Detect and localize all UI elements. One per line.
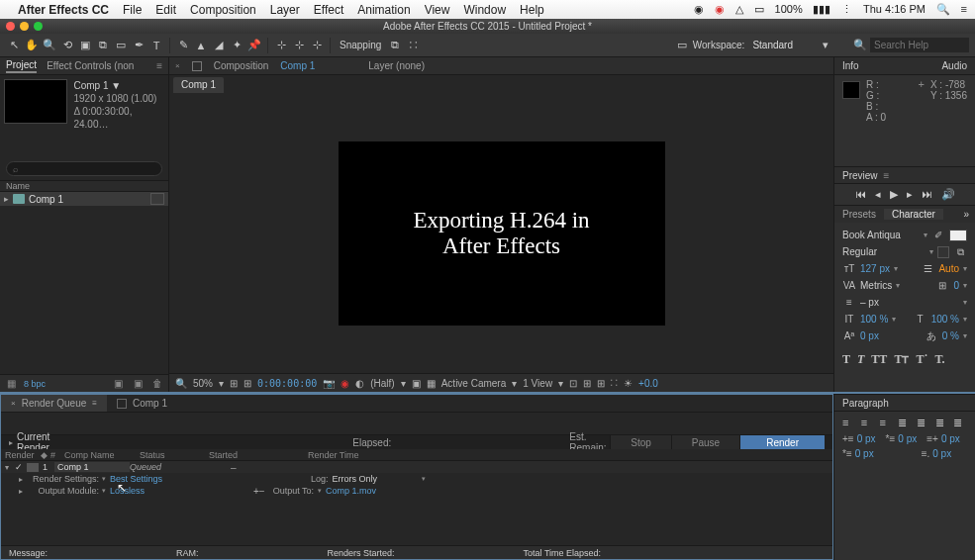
tab-paragraph[interactable]: Paragraph — [842, 398, 889, 409]
timecode[interactable]: 0:00:00:00 — [257, 378, 317, 389]
color-mgmt-icon[interactable]: ◐ — [355, 378, 364, 389]
flowchart-icon[interactable] — [150, 193, 164, 205]
newfolder-icon[interactable]: ▣ — [111, 378, 125, 390]
play-icon[interactable]: ▶ — [890, 188, 898, 201]
rotate-tool-icon[interactable]: ⟲ — [59, 38, 75, 53]
tab-project[interactable]: Project — [6, 59, 37, 73]
text-tool-icon[interactable]: T — [148, 38, 164, 53]
pen-tool-icon[interactable]: ✒ — [131, 38, 146, 53]
leading-value[interactable]: Auto — [938, 263, 959, 274]
tab-effect-controls[interactable]: Effect Controls (non — [47, 60, 134, 71]
hand-tool-icon[interactable]: ✋ — [24, 38, 40, 53]
menu-view[interactable]: View — [425, 3, 450, 17]
comp-thumbnail[interactable] — [4, 79, 67, 124]
layer-header-label[interactable]: Layer (none) — [368, 60, 425, 71]
grid-icon[interactable]: ⊞ — [244, 378, 251, 389]
interpret-icon[interactable]: ▦ — [4, 378, 18, 390]
views-dropdown[interactable]: 1 View — [523, 378, 552, 389]
font-size[interactable]: 127 px — [860, 263, 890, 274]
log-dropdown[interactable]: Errors Only — [333, 474, 422, 484]
comp-close-icon[interactable]: × — [175, 61, 180, 70]
render-settings-link[interactable]: Best Settings — [110, 474, 162, 484]
font-family-dropdown[interactable]: Book Antiqua — [842, 230, 920, 240]
panbehind-tool-icon[interactable]: ⧉ — [95, 38, 111, 53]
local-axis-icon[interactable]: ⊹ — [273, 38, 289, 53]
newcomp-icon[interactable]: ▣ — [131, 378, 145, 390]
zoom-caret-icon[interactable]: ▾ — [219, 378, 224, 389]
first-frame-icon[interactable]: ⏮ — [855, 188, 866, 201]
tab-render-queue[interactable]: ×Render Queue≡ — [1, 395, 107, 412]
mute-icon[interactable]: 🔊 — [941, 188, 955, 201]
row-twirl-icon[interactable]: ▾ — [5, 463, 15, 472]
allcaps-icon[interactable]: TT — [871, 352, 887, 367]
stop-button[interactable]: Stop — [610, 435, 671, 450]
tab-preview[interactable]: Preview — [842, 170, 878, 181]
render-item-row[interactable]: ▾ ✓ 1 Comp 1 Queued – — [1, 461, 832, 473]
view-axis-icon[interactable]: ⊹ — [309, 38, 325, 53]
bpc-toggle[interactable]: 8 bpc — [24, 379, 46, 389]
twirl-icon[interactable]: ▸ — [4, 194, 9, 204]
app-menu[interactable]: After Effects CC — [18, 3, 109, 17]
tab-character[interactable]: Character — [884, 209, 943, 220]
indent-left[interactable]: 0 px — [857, 433, 876, 444]
spotlight-icon[interactable]: 🔍 — [936, 3, 950, 15]
workspace-caret-icon[interactable]: ▾ — [801, 38, 850, 53]
align-left-icon[interactable]: ≡ — [842, 417, 856, 426]
trash-icon[interactable]: 🗑 — [150, 378, 164, 390]
channel-icon[interactable]: ◉ — [341, 378, 349, 389]
next-frame-icon[interactable]: ▸ — [907, 188, 913, 201]
menu-help[interactable]: Help — [520, 3, 544, 17]
snapshot-icon[interactable]: 📷 — [323, 378, 335, 389]
tab-presets[interactable]: Presets — [834, 209, 884, 220]
space-before[interactable]: 0 px — [855, 448, 874, 459]
smallcaps-icon[interactable]: Tᴛ — [894, 352, 909, 367]
remove-output-icon[interactable]: − — [259, 486, 265, 497]
tab-audio[interactable]: Audio — [941, 60, 967, 71]
puppet-tool-icon[interactable]: 📌 — [246, 38, 262, 53]
eraser-tool-icon[interactable]: ◢ — [211, 38, 227, 53]
menu-window[interactable]: Window — [463, 3, 506, 17]
snapping-label[interactable]: Snapping — [340, 40, 381, 50]
render-checkbox[interactable]: ✓ — [15, 462, 27, 472]
justify-all-icon[interactable]: ≣ — [953, 417, 967, 426]
view-opt3-icon[interactable]: ⊞ — [597, 378, 605, 389]
menu-composition[interactable]: Composition — [190, 3, 256, 17]
brush-tool-icon[interactable]: ✎ — [175, 38, 191, 53]
italic-icon[interactable]: T — [857, 352, 864, 367]
mag-icon[interactable]: 🔍 — [175, 378, 187, 389]
bold-icon[interactable]: T — [842, 352, 850, 367]
justify-right-icon[interactable]: ≣ — [935, 417, 949, 426]
align-center-icon[interactable]: ≡ — [861, 417, 875, 426]
quality-dropdown[interactable]: (Half) — [370, 378, 394, 389]
tsume[interactable]: 0 % — [942, 330, 959, 341]
font-style-dropdown[interactable]: Regular — [842, 246, 926, 257]
om-caret-icon[interactable]: ▾ — [102, 487, 110, 495]
camera-dropdown[interactable]: Active Camera — [441, 378, 507, 389]
kerning-dropdown[interactable]: Metrics — [860, 280, 892, 291]
clone-tool-icon[interactable]: ▲ — [193, 38, 209, 53]
fill-swatch[interactable] — [949, 230, 967, 241]
last-frame-icon[interactable]: ⏭ — [922, 188, 932, 201]
vscale[interactable]: 100 % — [860, 314, 888, 325]
render-button[interactable]: Render — [739, 435, 825, 450]
zoom-value[interactable]: 50% — [193, 378, 213, 389]
pause-button[interactable]: Pause — [671, 435, 739, 450]
hscale[interactable]: 100 % — [931, 314, 959, 325]
rs-twirl-icon[interactable]: ▸ — [19, 475, 29, 484]
zoom-tool-icon[interactable]: 🔍 — [42, 38, 57, 53]
menu-animation[interactable]: Animation — [357, 3, 410, 17]
output-module-link[interactable]: Lossless — [110, 486, 145, 496]
region-icon[interactable]: ▣ — [412, 378, 421, 389]
panel-menu-icon[interactable]: ≡ — [156, 60, 162, 71]
stroke-swatch[interactable] — [937, 246, 949, 258]
menu-edit[interactable]: Edit — [155, 3, 176, 17]
stroke-opts-icon[interactable]: ⧉ — [953, 245, 967, 259]
exposure-icon[interactable]: ☀ — [624, 378, 633, 389]
snap-opt2-icon[interactable]: ⸬ — [405, 38, 421, 53]
view-opt1-icon[interactable]: ⊡ — [569, 378, 577, 389]
comp-tab[interactable]: Comp 1 — [173, 77, 224, 93]
menu-effect[interactable]: Effect — [314, 3, 343, 17]
camera-tool-icon[interactable]: ▣ — [77, 38, 93, 53]
project-search-input[interactable] — [6, 161, 162, 176]
composition-canvas[interactable]: Exporting H.264 in After Effects — [339, 141, 665, 326]
